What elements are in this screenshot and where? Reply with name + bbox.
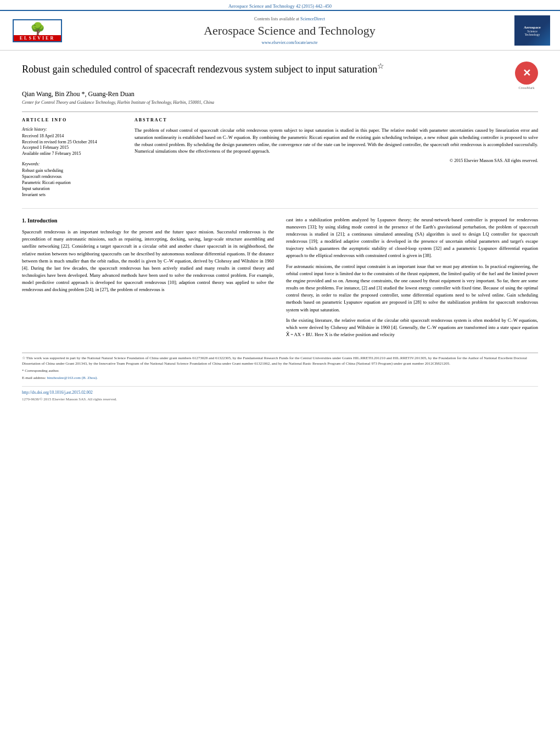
contents-available: Contents lists available at ScienceDirec… (76, 16, 503, 21)
article-title-section: Robust gain scheduled control of spacecr… (22, 62, 538, 85)
body-col-left: 1. Introduction Spacecraft rendezvous is… (22, 216, 274, 342)
main-content: Robust gain scheduled control of spacecr… (0, 62, 560, 401)
journal-title: Aerospace Science and Technology (76, 24, 503, 38)
body-col-right: cast into a stabilization problem analyz… (286, 216, 538, 342)
journal-citation: Aerospace Science and Technology 42 (201… (0, 0, 560, 10)
article-info: ARTICLE INFO Article history: Received 1… (22, 118, 124, 198)
elsevier-logo: 🌳 ELSEVIER (10, 15, 65, 46)
intro-col2-p3: In the existing literature, the relative… (286, 317, 538, 339)
keyword-5: Invariant sets (22, 192, 124, 197)
elsevier-label: ELSEVIER (14, 35, 61, 41)
footer-links: http://dx.doi.org/10.1016/j.ast.2015.02.… (22, 386, 538, 401)
keyword-2: Spacecraft rendezvous (22, 174, 124, 179)
online-date: Available online 7 February 2015 (22, 151, 124, 156)
footnote-email: E-mail address: binzhoulee@163.com (B. Z… (22, 376, 538, 381)
journal-header: 🌳 ELSEVIER Contents lists available at S… (0, 10, 560, 51)
journal-header-center: Contents lists available at ScienceDirec… (65, 16, 514, 45)
abstract-text: The problem of robust control of spacecr… (135, 127, 538, 155)
intro-col2-p1: cast into a stabilization problem analyz… (286, 216, 538, 260)
keywords-section: Keywords: Robust gain scheduling Spacecr… (22, 161, 124, 197)
revised-date: Received in revised form 25 October 2014 (22, 140, 124, 144)
accepted-date: Accepted 1 February 2015 (22, 145, 124, 150)
keyword-1: Robust gain scheduling (22, 168, 124, 173)
footnote-star: ☆ This work was supported in part by the… (22, 356, 538, 367)
abstract-copyright: © 2015 Elsevier Masson SAS. All rights r… (135, 158, 538, 163)
received-date: Received 18 April 2014 (22, 133, 124, 138)
crossmark-badge: ✕ CrossMark (515, 62, 538, 85)
intro-col2-p2: For astronautic missions, the control in… (286, 263, 538, 314)
crossmark-circle: ✕ (515, 62, 538, 85)
footnote-email-link[interactable]: binzhoulee@163.com (B. Zhou). (47, 376, 98, 380)
journal-url[interactable]: www.elsevier.com/locate/aescte (76, 40, 503, 45)
footer-issn: 1270-9638/© 2015 Elsevier Masson SAS. Al… (22, 397, 538, 401)
history-label: Article history: (22, 127, 124, 132)
footnote-section: ☆ This work was supported in part by the… (22, 353, 538, 381)
journal-thumbnail: Aerospace Science Technology (514, 15, 550, 46)
info-abstract-section: ARTICLE INFO Article history: Received 1… (22, 111, 538, 198)
intro-col1-p1: Spacecraft rendezvous is an important te… (22, 228, 274, 294)
keyword-3: Parametric Riccati equation (22, 180, 124, 185)
sciencedirect-link[interactable]: ScienceDirect (300, 16, 325, 21)
doi-link[interactable]: http://dx.doi.org/10.1016/j.ast.2015.02.… (22, 390, 93, 395)
abstract-section: ABSTRACT The problem of robust control o… (135, 118, 538, 198)
article-title: Robust gain scheduled control of spacecr… (22, 62, 507, 76)
abstract-heading: ABSTRACT (135, 118, 538, 122)
keyword-4: Input saturation (22, 186, 124, 191)
crossmark-label: CrossMark (515, 86, 538, 90)
keywords-list: Robust gain scheduling Spacecraft rendez… (22, 168, 124, 197)
footnote-corresponding: * Corresponding author. (22, 369, 538, 374)
star-superscript: ☆ (377, 62, 384, 70)
keywords-label: Keywords: (22, 161, 124, 166)
body-section: 1. Introduction Spacecraft rendezvous is… (22, 208, 538, 342)
article-info-heading: ARTICLE INFO (22, 118, 124, 122)
logo-box: 🌳 ELSEVIER (13, 19, 62, 42)
affiliation: Center for Control Theory and Guidance T… (22, 100, 538, 105)
logo-tree-icon: 🌳 (30, 23, 45, 35)
authors-line: Qian Wang, Bin Zhou *, Guang-Ren Duan (22, 90, 538, 98)
intro-heading: 1. Introduction (22, 216, 274, 225)
